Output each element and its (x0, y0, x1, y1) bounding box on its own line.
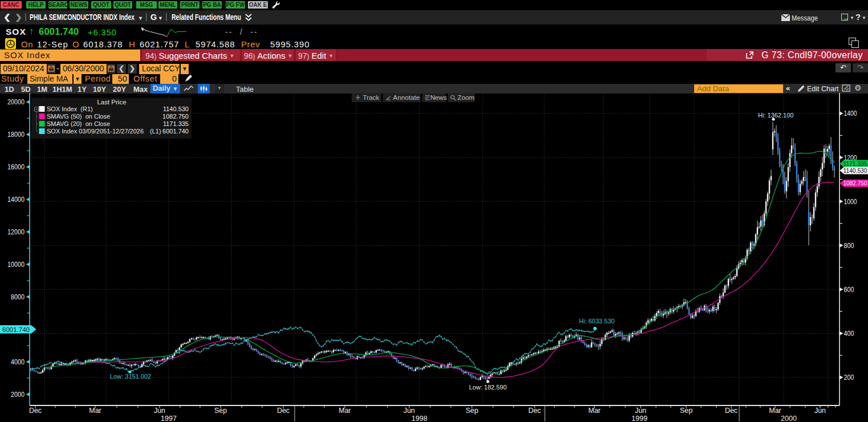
svg-text:2000: 2000 (781, 415, 797, 422)
svg-text:6001.740: 6001.740 (162, 128, 189, 135)
svg-text:Hi: 6033.530: Hi: 6033.530 (579, 318, 614, 324)
svg-text:1171.335: 1171.335 (163, 120, 189, 127)
svg-text:6001.740: 6001.740 (2, 326, 30, 333)
svg-text:1140.530: 1140.530 (163, 105, 189, 112)
svg-text:18000: 18000 (7, 130, 25, 139)
svg-text:1140.530: 1140.530 (843, 167, 867, 174)
svg-text:SMAVG (20) on Close: SMAVG (20) on Close (47, 120, 110, 127)
svg-text:SOX Index (R1): SOX Index (R1) (47, 105, 93, 112)
svg-text:1000: 1000 (844, 197, 857, 206)
svg-text:1999: 1999 (631, 415, 647, 422)
svg-text:2000: 2000 (11, 390, 25, 399)
svg-text:SMAVG (50) on Close: SMAVG (50) on Close (47, 113, 110, 120)
svg-text:600: 600 (844, 285, 854, 294)
svg-text:News: News (430, 94, 447, 101)
svg-text:Annotate: Annotate (393, 94, 420, 101)
svg-text:12000: 12000 (7, 228, 25, 236)
svg-text:Track: Track (363, 94, 380, 101)
svg-text:1400: 1400 (844, 109, 857, 117)
svg-text:Zoom: Zoom (458, 94, 475, 101)
svg-text:Last Price: Last Price (97, 99, 126, 105)
svg-text:(L1): (L1) (150, 128, 161, 135)
svg-text:Low: 3151.002: Low: 3151.002 (110, 373, 151, 380)
svg-text:800: 800 (844, 241, 854, 250)
svg-text:1171.335: 1171.335 (843, 160, 867, 167)
svg-text:Hi: 1362.100: Hi: 1362.100 (758, 112, 793, 119)
svg-text:20000: 20000 (7, 98, 25, 106)
svg-text:200: 200 (844, 373, 854, 382)
svg-text:1997: 1997 (161, 415, 177, 422)
svg-text:1082.750: 1082.750 (843, 180, 867, 186)
svg-text:16000: 16000 (7, 163, 25, 171)
svg-text:SOX Index 03/09/2051-12/27/202: SOX Index 03/09/2051-12/27/2026 (47, 128, 144, 135)
svg-text:1082.750: 1082.750 (162, 113, 189, 120)
svg-text:Low: 182.590: Low: 182.590 (469, 384, 507, 391)
svg-text:8000: 8000 (11, 293, 25, 301)
svg-text:1998: 1998 (411, 415, 427, 422)
svg-text:10000: 10000 (7, 260, 25, 269)
svg-text:4000: 4000 (11, 358, 25, 366)
svg-text:14000: 14000 (7, 195, 25, 204)
svg-text:400: 400 (844, 329, 854, 338)
